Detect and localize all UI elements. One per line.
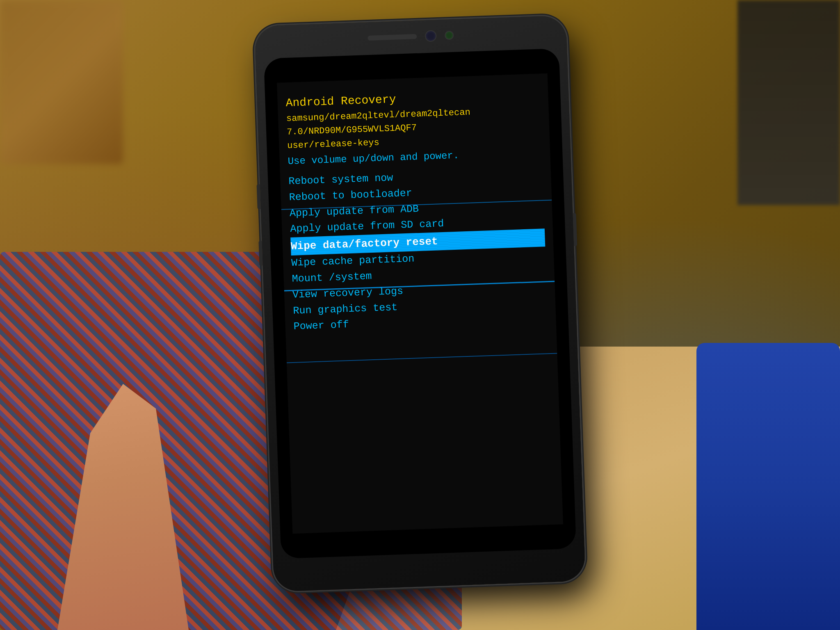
volume-up-button[interactable] — [257, 185, 261, 209]
phone-top-area — [368, 30, 454, 44]
terminal-display: Android Recovery samsung/dream2qltevl/dr… — [285, 86, 555, 525]
phone-body: Android Recovery samsung/dream2qltevl/dr… — [254, 15, 586, 592]
jeans-leg — [696, 343, 840, 630]
recovery-menu: Reboot system now Reboot to bootloader A… — [288, 165, 548, 335]
proximity-sensor — [445, 31, 454, 40]
screen-content: Android Recovery samsung/dream2qltevl/dr… — [277, 73, 563, 534]
background-furniture — [0, 0, 123, 164]
background-dark-right — [737, 0, 840, 205]
speaker-grille — [368, 34, 417, 41]
phone-screen: Android Recovery samsung/dream2qltevl/dr… — [264, 48, 576, 559]
front-camera — [425, 30, 437, 42]
terminal-header: Android Recovery samsung/dream2qltevl/dr… — [285, 86, 542, 153]
volume-down-button[interactable] — [258, 241, 262, 266]
